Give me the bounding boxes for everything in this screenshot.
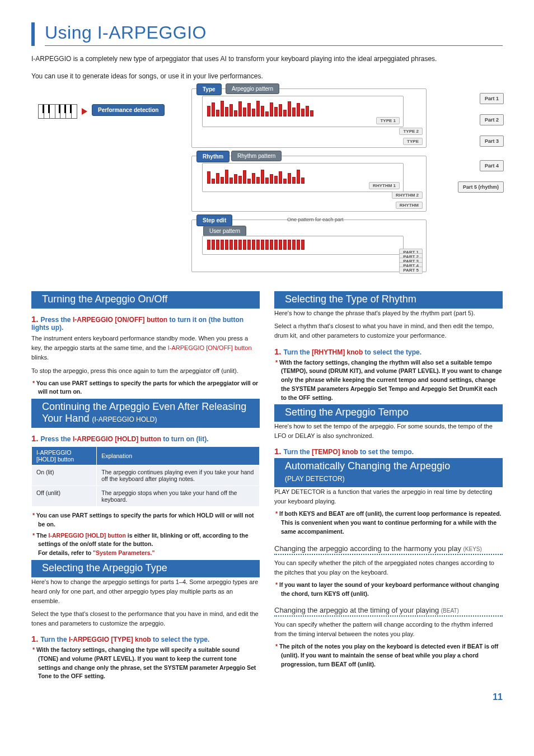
type-heading: Selecting the Arpeggio Type <box>31 560 260 577</box>
rhythm-badge: Rhythm <box>196 151 229 162</box>
keyboard-icon <box>38 104 77 119</box>
step-edit-section: Step edit One pattern for each part User… <box>191 220 427 272</box>
hold-table: I-ARPEGGIO [HOLD] buttonExplanation On (… <box>31 446 260 507</box>
part5-box: Part 5 (rhythm) <box>458 181 504 193</box>
part4-box: Part 4 <box>480 160 504 171</box>
perf-detect-badge: Performance detection <box>92 104 165 116</box>
rhythm1-tag: RHYTHM 1 <box>369 182 400 189</box>
intro-line-2: You can use it to generate ideas for son… <box>31 71 503 82</box>
type-note1: With the factory settings, changing the … <box>38 646 260 681</box>
step-edit-badge: Step edit <box>196 214 232 226</box>
type-step1: 1.Turn the I-ARPEGGIO [TYPE] knob to sel… <box>31 634 260 643</box>
rhythm-body2: Select a rhythm that's closest to what y… <box>274 321 503 340</box>
rhythm2-tag: RHYTHM 2 <box>392 192 423 199</box>
hold-th2: Explanation <box>97 447 260 465</box>
beat-note: The pitch of the notes you play on the k… <box>281 642 503 669</box>
keys-body: You can specify whether the pitch of the… <box>274 558 503 577</box>
type1-tag: TYPE 1 <box>376 117 400 124</box>
page-title: Using I-ARPEGGIO <box>45 22 503 46</box>
beat-body: You can specify whether the pattern will… <box>274 620 503 639</box>
part1-box: Part 1 <box>480 93 504 104</box>
rhythm-pattern-badge: Rhythm pattern <box>231 151 282 161</box>
playdet-heading: Automatically Changing the Arpeggio (PLA… <box>274 458 503 487</box>
rhythm-note1: With the factory settings, changing the … <box>281 358 503 403</box>
rhythm-step1: 1.Turn the [RHYTHM] knob to select the t… <box>274 347 503 356</box>
rhythm-body1: Here's how to change the phrase that's p… <box>274 309 503 318</box>
hold-r2a: Off (unlit) <box>32 486 97 507</box>
rhythm-heading: Selecting the Type of Rhythm <box>274 291 503 309</box>
arrow-icon <box>82 108 87 115</box>
page-number: 11 <box>31 692 503 702</box>
step-part5-tag: PART 5 <box>399 267 423 274</box>
keys-subhead: Changing the arpeggio according to the h… <box>274 544 503 555</box>
hold-note1: You can use PART settings to specify the… <box>38 511 260 529</box>
onoff-body1: The instrument enters keyboard performan… <box>31 334 260 362</box>
one-pattern-label: One pattern for each part <box>287 217 344 222</box>
hold-th1: I-ARPEGGIO [HOLD] button <box>32 447 97 465</box>
hold-r1b: The arpeggio continues playing even if y… <box>97 465 260 486</box>
playdet-body1: PLAY DETECTOR is a function that varies … <box>274 487 503 506</box>
part2-box: Part 2 <box>480 114 504 125</box>
type-body1: Here's how to change the arpeggio settin… <box>31 577 260 606</box>
user-pattern-badge: User pattern <box>203 226 246 236</box>
hold-heading: Continuing the Arpeggio Even After Relea… <box>31 399 260 428</box>
keys-note: If you want to layer the sound of your k… <box>281 581 503 599</box>
page-title-bar: Using I-ARPEGGIO <box>31 22 503 46</box>
tempo-step1: 1.Turn the [TEMPO] knob to set the tempo… <box>274 446 503 456</box>
type2-tag: TYPE 2 <box>399 128 423 135</box>
part3-box: Part 3 <box>480 136 504 147</box>
onoff-body2: To stop the arpeggio, press this once ag… <box>31 366 260 376</box>
rhythm-section: Rhythm Rhythm pattern RHYTHM 1 RHYTHM 2 … <box>191 156 427 212</box>
type-tag: TYPE <box>403 138 423 145</box>
onoff-note1: You can use PART settings to specify the… <box>38 379 260 397</box>
arp-pattern-badge: Arpeggio pattern <box>226 83 279 94</box>
hold-r2b: The arpeggio stops when you take your ha… <box>97 486 260 507</box>
intro-line-1: I-ARPEGGIO is a completely new type of a… <box>31 54 503 64</box>
playdet-note1: If both KEYS and BEAT are off (unlit), t… <box>281 510 503 536</box>
tempo-heading: Setting the Arpeggio Tempo <box>274 404 503 422</box>
type-section: Type Arpeggio pattern TYPE 1 TYPE 2 TYPE <box>191 88 427 148</box>
signal-diagram: Performance detection Type Arpeggio patt… <box>38 88 503 279</box>
hold-step1: 1.Press the I-ARPEGGIO [HOLD] button to … <box>31 433 260 443</box>
type-badge: Type <box>196 83 222 95</box>
hold-note2: The I-ARPEGGIO [HOLD] button is either l… <box>38 531 260 558</box>
onoff-step1: 1.Press the I-ARPEGGIO [ON/OFF] button t… <box>31 314 260 332</box>
type-body2: Select the type that's closest to the pe… <box>31 609 260 628</box>
onoff-heading: Turning the Arpeggio On/Off <box>31 291 260 309</box>
rhythm-tag: RHYTHM <box>396 202 423 209</box>
beat-subhead: Changing the arpeggio at the timing of y… <box>274 606 503 617</box>
hold-r1a: On (lit) <box>32 465 97 486</box>
tempo-body1: Here's how to set the tempo of the arpeg… <box>274 422 503 441</box>
